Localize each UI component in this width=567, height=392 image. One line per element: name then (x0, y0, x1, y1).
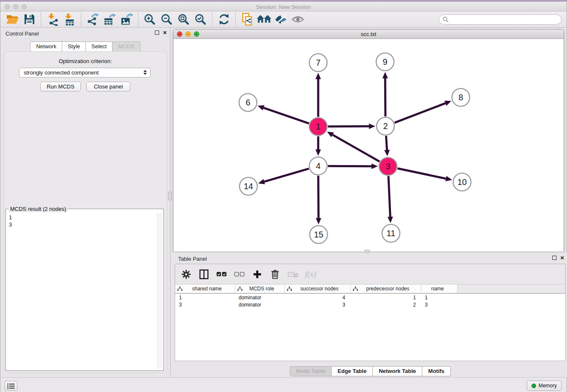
zoom-selected-icon (194, 13, 207, 26)
copy-style-icon (241, 13, 253, 26)
cell-successor-nodes[interactable]: 4 (284, 294, 350, 301)
function-builder-button[interactable]: f(x) (305, 268, 317, 281)
unchecked-boxes-icon (234, 272, 245, 277)
hide-selected-button[interactable] (272, 12, 289, 27)
graph-edge-2-3[interactable] (386, 136, 387, 150)
graph-edge-3-11[interactable] (388, 176, 390, 217)
zoom-in-icon (143, 13, 156, 26)
graph-edge-3-1[interactable] (333, 135, 380, 161)
tab-edge-table[interactable]: Edge Table (332, 366, 373, 376)
toolbar-separator (41, 13, 41, 26)
refresh-button[interactable] (215, 12, 232, 27)
graph-edge-4-15[interactable] (318, 176, 319, 218)
copy-style-button[interactable] (239, 12, 256, 27)
export-network-button[interactable] (84, 12, 101, 27)
cell-predecessor-nodes[interactable]: 1 (350, 294, 421, 301)
delete-column-button[interactable] (269, 268, 281, 281)
graph-edge-arrowhead (445, 176, 452, 182)
graph-node-label: 9 (383, 57, 387, 66)
table-row[interactable]: 1 dominator 4 1 1 (175, 294, 565, 301)
import-table-button[interactable] (61, 12, 78, 27)
column-header-mcds-role[interactable]: MCDS role (235, 284, 284, 293)
cell-shared-name[interactable]: 3 (175, 301, 235, 308)
graph-edge-3-10[interactable] (398, 168, 446, 179)
table-panel-header: Table Panel (173, 253, 567, 265)
table-settings-button[interactable] (180, 268, 192, 281)
create-column-button[interactable] (251, 268, 263, 281)
chevron-updown-icon (143, 70, 147, 75)
memory-button[interactable]: Memory (527, 381, 561, 391)
open-session-button[interactable] (4, 12, 21, 27)
table-row[interactable]: 3 dominator 3 2 3 (175, 301, 565, 308)
export-table-button[interactable] (101, 12, 118, 27)
delete-table-button[interactable] (287, 268, 299, 281)
panel-splitter-handle[interactable] (168, 192, 172, 200)
control-panel-title: Control Panel (6, 30, 39, 37)
graph-node-label: 3 (385, 162, 390, 171)
column-header-predecessor-nodes[interactable]: predecessor nodes (350, 284, 421, 293)
graph-edge-2-9[interactable] (385, 78, 385, 116)
tab-network-table[interactable]: Network Table (373, 366, 422, 376)
column-header-successor-nodes[interactable]: successor nodes (284, 284, 350, 293)
trash-icon (271, 269, 279, 279)
search-input[interactable] (439, 14, 561, 25)
run-mcds-button[interactable]: Run MCDS (40, 82, 81, 91)
graph-edge-2-8[interactable] (394, 103, 445, 123)
criterion-select[interactable]: strongly connected component (19, 68, 151, 77)
toolbar-separator (212, 13, 212, 26)
zoom-selected-button[interactable] (192, 12, 209, 27)
tab-network[interactable]: Network (30, 41, 62, 52)
graph-node-label: 7 (316, 58, 320, 67)
graph-node-label: 1 (316, 122, 320, 131)
show-column-panel-button[interactable] (198, 268, 210, 281)
graph-edge-4-14[interactable] (264, 168, 308, 182)
tab-select[interactable]: Select (86, 41, 113, 52)
tab-node-table[interactable]: Node Table (290, 366, 332, 376)
network-window-titlebar[interactable]: scc.txt (173, 30, 564, 39)
home-button[interactable] (256, 12, 272, 27)
graph-edge-4-3[interactable] (328, 166, 372, 166)
open-session-icon (6, 14, 19, 25)
graph-node-label: 8 (458, 93, 463, 102)
mcds-result-text[interactable]: 1 3 (7, 213, 157, 369)
network-canvas[interactable]: 7968124314101511 (173, 39, 564, 251)
float-panel-icon[interactable] (155, 30, 159, 35)
function-icon: f(x) (305, 270, 316, 279)
cell-mcds-role[interactable]: dominator (235, 301, 284, 308)
cell-successor-nodes[interactable]: 3 (284, 301, 350, 308)
graph-edge-arrowhead (369, 124, 375, 129)
network-resize-grip[interactable] (365, 250, 370, 253)
close-table-panel-icon[interactable] (560, 255, 564, 260)
control-panel-tabs: Network Style Select MCDS (0, 41, 170, 52)
import-network-button[interactable] (44, 12, 61, 27)
select-all-columns-button[interactable] (216, 268, 228, 281)
save-session-icon (24, 14, 35, 25)
column-header-name[interactable]: name (421, 284, 457, 293)
column-header-shared-name[interactable]: shared name (175, 284, 235, 293)
graph-edge-1-2[interactable] (328, 126, 369, 127)
show-all-icon (292, 14, 304, 25)
cell-name[interactable]: 1 (421, 294, 457, 301)
zoom-in-button[interactable] (141, 12, 158, 27)
zoom-out-button[interactable] (158, 12, 175, 27)
task-history-button[interactable] (5, 381, 17, 391)
unselect-all-columns-button[interactable] (234, 268, 245, 281)
zoom-fit-button[interactable] (175, 12, 192, 27)
tab-style[interactable]: Style (62, 41, 86, 52)
close-panel-icon[interactable] (163, 30, 167, 35)
cell-shared-name[interactable]: 1 (175, 294, 235, 301)
cell-mcds-role[interactable]: dominator (235, 294, 284, 301)
tab-mcds[interactable]: MCDS (113, 41, 140, 52)
cell-name[interactable]: 3 (421, 301, 457, 308)
export-image-button[interactable] (118, 12, 135, 27)
close-panel-button[interactable]: Close panel (86, 82, 130, 91)
float-table-panel-icon[interactable] (552, 256, 556, 260)
show-all-button[interactable] (289, 12, 306, 27)
toolbar-separator (138, 13, 138, 26)
save-session-button[interactable] (21, 12, 38, 27)
cell-predecessor-nodes[interactable]: 2 (350, 301, 421, 308)
mcds-result-scrollbar[interactable] (157, 213, 162, 369)
tab-motifs[interactable]: Motifs (422, 366, 451, 376)
graph-edge-1-6[interactable] (264, 108, 309, 124)
window-title: Session: New Session (0, 4, 567, 10)
